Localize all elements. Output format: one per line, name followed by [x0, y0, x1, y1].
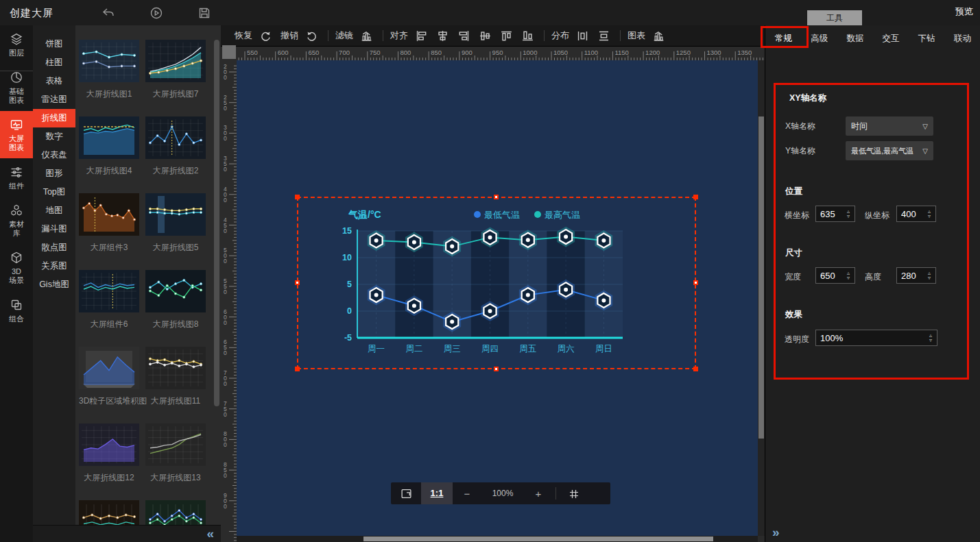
- thumbnail-大屏折线图11[interactable]: 大屏折线图11: [145, 347, 206, 407]
- pos-x-input[interactable]: [816, 209, 844, 219]
- thumbnail-大屏折线图1[interactable]: 大屏折线图1: [79, 40, 139, 100]
- selection-handle-nw[interactable]: [295, 195, 300, 199]
- fit-screen-icon[interactable]: [391, 487, 421, 500]
- thumbnail-3D粒子区域堆积图[interactable]: 3D粒子区域堆积图: [79, 347, 139, 407]
- thumbnail-label: 大屏折线图5: [145, 242, 206, 254]
- align-top-icon[interactable]: [500, 29, 513, 42]
- chart-type-散点图[interactable]: 散点图: [33, 238, 75, 257]
- panel-tab-交互[interactable]: 交互: [883, 33, 900, 45]
- pos-x-label: 横坐标: [785, 210, 809, 221]
- sidebar-item-3D场景[interactable]: 3D 场景: [0, 244, 33, 291]
- chart-type-饼图[interactable]: 饼图: [33, 35, 75, 53]
- x-axis-dropdown[interactable]: 时间 ▽: [846, 116, 933, 136]
- thumbnail-scrollbar[interactable]: [214, 40, 219, 406]
- chart-type-关系图[interactable]: 关系图: [33, 257, 75, 275]
- toolbar-label-撤销[interactable]: 撤销: [280, 29, 298, 42]
- expand-right-panel-icon[interactable]: »: [772, 525, 780, 540]
- align-cv-icon[interactable]: [479, 29, 492, 42]
- thumbnail-partial[interactable]: [79, 500, 139, 525]
- y-axis-dropdown[interactable]: 最低气温,最高气温 ▽: [846, 141, 933, 160]
- thumbnail-大屏折线图7[interactable]: 大屏折线图7: [145, 40, 206, 100]
- stepper-icon[interactable]: ▵▿: [844, 271, 854, 280]
- tab-tools[interactable]: 工具: [807, 10, 862, 25]
- undo-icon[interactable]: [305, 29, 318, 42]
- selected-chart-object[interactable]: -5051015周一周二周三周四周五周六周日气温/°C最低气温最高气温: [297, 197, 696, 369]
- thumbnail-大屏折线图8[interactable]: 大屏折线图8: [145, 270, 206, 330]
- pos-y-input[interactable]: [897, 209, 924, 219]
- stepper-icon[interactable]: ▵▿: [924, 209, 935, 219]
- design-canvas[interactable]: -5051015周一周二周三周四周五周六周日气温/°C最低气温最高气温 1:1 …: [237, 60, 758, 536]
- save-icon[interactable]: [198, 6, 211, 20]
- chart-type-表格[interactable]: 表格: [33, 72, 75, 90]
- chart-type-数字[interactable]: 数字: [33, 127, 75, 146]
- selection-handle-w[interactable]: [295, 280, 300, 285]
- dist-v-icon[interactable]: [597, 29, 610, 42]
- thumbnail-partial[interactable]: [145, 500, 206, 525]
- align-ch-icon[interactable]: [436, 29, 449, 42]
- toolbar-divider: [383, 30, 383, 41]
- preview-button[interactable]: 预览: [955, 5, 973, 18]
- sidebar-item-组件[interactable]: 组件: [0, 158, 33, 197]
- collapse-left-panel-icon[interactable]: «: [206, 526, 214, 541]
- align-bottom-icon[interactable]: [521, 29, 534, 42]
- chart-type-图形[interactable]: 图形: [33, 164, 75, 183]
- selection-handle-se[interactable]: [693, 367, 698, 371]
- thumbnail-大屏组件6[interactable]: 大屏组件6: [79, 270, 139, 330]
- thumbnail-大屏折线图13[interactable]: 大屏折线图13: [145, 423, 206, 484]
- width-input[interactable]: [816, 271, 844, 281]
- sidebar-item-素材库[interactable]: 素材 库: [0, 197, 33, 244]
- chart-type-Gis地图[interactable]: Gis地图: [33, 275, 75, 294]
- thumbnail-大屏折线图5[interactable]: 大屏折线图5: [145, 193, 206, 254]
- back-arrow-icon[interactable]: [101, 6, 115, 20]
- chart-type-柱图[interactable]: 柱图: [33, 53, 75, 72]
- chart-type-仪表盘[interactable]: 仪表盘: [33, 146, 75, 164]
- selection-handle-n[interactable]: [494, 195, 499, 199]
- chartbar-icon[interactable]: [652, 29, 665, 42]
- chart-type-折线图[interactable]: 折线图: [33, 109, 75, 127]
- panel-tab-常规[interactable]: 常规: [775, 33, 792, 45]
- canvas-horizontal-scrollbar[interactable]: [237, 536, 758, 542]
- zoom-out-button[interactable]: −: [453, 488, 481, 500]
- svg-text:周六: 周六: [558, 344, 575, 354]
- thumbnail-大屏折线图4[interactable]: 大屏折线图4: [79, 116, 139, 177]
- thumbnail-大屏组件3[interactable]: 大屏组件3: [79, 193, 139, 254]
- toolbar-label-分布[interactable]: 分布: [551, 29, 569, 42]
- stepper-icon[interactable]: ▵▿: [924, 271, 935, 280]
- height-input[interactable]: [897, 271, 924, 281]
- toolbar-label-图表[interactable]: 图表: [628, 29, 645, 42]
- selection-handle-ne[interactable]: [693, 195, 698, 199]
- sidebar-nav: 图层基础 图表大屏 图表组件素材 库3D 场景组合: [0, 25, 33, 542]
- dist-h-icon[interactable]: [576, 29, 589, 42]
- panel-tab-下钻[interactable]: 下钻: [918, 33, 935, 45]
- chart-type-漏斗图[interactable]: 漏斗图: [33, 220, 75, 238]
- panel-tab-联动[interactable]: 联动: [954, 33, 971, 45]
- toolbar-label-滤镜[interactable]: 滤镜: [335, 29, 353, 42]
- canvas-vertical-scrollbar[interactable]: [758, 60, 765, 536]
- sidebar-item-大屏图表[interactable]: 大屏 图表: [0, 111, 33, 158]
- grid-toggle-icon[interactable]: [559, 487, 589, 500]
- chart-type-地图[interactable]: 地图: [33, 201, 75, 220]
- panel-tab-数据[interactable]: 数据: [846, 33, 863, 45]
- stepper-icon[interactable]: ▵▿: [844, 209, 854, 219]
- toolbar-label-恢复[interactable]: 恢复: [235, 29, 252, 42]
- opacity-input[interactable]: [816, 333, 926, 343]
- toolbar-label-对齐[interactable]: 对齐: [390, 29, 408, 42]
- panel-tab-高级[interactable]: 高级: [811, 33, 828, 45]
- thumbnail-大屏折线图12[interactable]: 大屏折线图12: [79, 423, 139, 484]
- sidebar-item-图层[interactable]: 图层: [0, 25, 33, 64]
- align-right-icon[interactable]: [457, 29, 470, 42]
- chartbar-icon[interactable]: [360, 29, 373, 42]
- chart-type-Top图[interactable]: Top图: [33, 183, 75, 201]
- sidebar-item-组合[interactable]: 组合: [0, 291, 33, 330]
- stepper-icon[interactable]: ▵▿: [926, 333, 937, 343]
- ratio-1-1-button[interactable]: 1:1: [421, 482, 453, 504]
- play-icon[interactable]: [150, 6, 163, 20]
- redo-icon[interactable]: [259, 29, 272, 42]
- selection-handle-sw[interactable]: [295, 367, 300, 371]
- zoom-in-button[interactable]: +: [524, 488, 553, 500]
- selection-handle-s[interactable]: [494, 367, 499, 371]
- selection-handle-e[interactable]: [693, 280, 698, 285]
- align-left-icon[interactable]: [415, 29, 428, 42]
- thumbnail-大屏折线图2[interactable]: 大屏折线图2: [145, 116, 206, 177]
- chart-type-雷达图[interactable]: 雷达图: [33, 90, 75, 109]
